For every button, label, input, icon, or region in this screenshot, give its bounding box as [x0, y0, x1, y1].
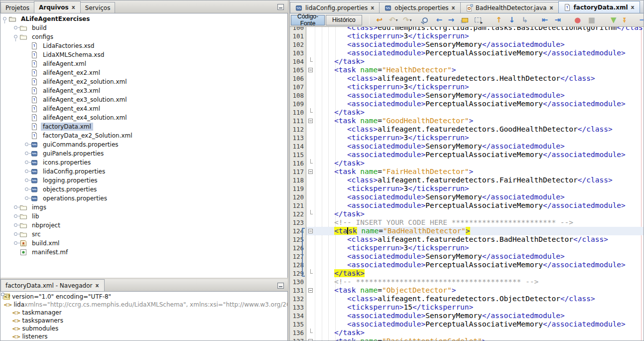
tree-item-objects-properties[interactable]: objects.properties — [0, 185, 287, 194]
next-occurrence-icon[interactable]: ↓ — [507, 15, 517, 25]
fold-collapse-icon[interactable] — [306, 66, 317, 74]
tree-item-alifeagentexercises[interactable]: ALifeAgentExercises — [0, 14, 287, 23]
expand-handle-icon[interactable] — [24, 177, 30, 183]
tab-badhealthdetector-java[interactable]: BadHealthDetector.javax — [460, 2, 559, 13]
tab-lidaconfig-properties[interactable]: lidaConfig.propertiesx — [290, 2, 380, 13]
minimize-navigator-icon[interactable] — [277, 283, 284, 289]
expand-handle-icon[interactable] — [24, 142, 30, 148]
tree-item-lidafactories-xsd[interactable]: LidaFactories.xsd — [0, 41, 287, 50]
close-icon[interactable]: x — [549, 4, 553, 11]
expand-handle-icon[interactable] — [13, 240, 19, 246]
fold-collapse-icon[interactable] — [306, 117, 317, 125]
code-line-113[interactable]: 113 <ticksperrun>3</ticksperrun> — [290, 134, 644, 142]
tree-item-alifeagent-ex4-solution-xml[interactable]: alifeAgent_ex4_solution.xml — [0, 113, 287, 122]
navigator-item-taskmanager[interactable]: <>taskmanager — [0, 309, 287, 317]
tree-item-lib[interactable]: lib — [0, 212, 287, 221]
code-line-127[interactable]: 127 <associatedmodule>SensoryMemory</ass… — [290, 252, 644, 261]
tree-item-alifeagent-ex3-solution-xml[interactable]: alifeAgent_ex3_solution.xml — [0, 95, 287, 104]
expand-handle-icon[interactable] — [24, 186, 30, 192]
code-line-134[interactable]: 134 <associatedmodule>SensoryMemory</ass… — [290, 312, 644, 320]
tree-item-imgs[interactable]: imgs — [0, 203, 287, 212]
collapse-handle-icon[interactable] — [13, 34, 19, 40]
stop-macro-icon[interactable]: ■ — [587, 15, 597, 25]
fold-collapse-icon[interactable] — [306, 286, 317, 295]
find-selection-icon[interactable] — [420, 15, 430, 25]
expand-handle-icon[interactable] — [13, 25, 19, 31]
code-line-103[interactable]: 103 <associatedmodule>PerceptualAssociat… — [290, 49, 644, 57]
last-edit-location-icon[interactable]: ↩ — [375, 15, 385, 25]
tree-item-alifeagent-ex4-xml[interactable]: alifeAgent_ex4.xml — [0, 104, 287, 113]
navigator-item-version[interactable]: <?version="1.0" encoding="UTF-8" — [0, 293, 287, 301]
code-line-114[interactable]: 114 <associatedmodule>SensoryMemory</ass… — [290, 142, 644, 151]
code-line-100[interactable]: 100 <class>edu.memphis.ccrg.lida.pam.tas… — [290, 27, 644, 32]
code-editor[interactable]: 100 <class>edu.memphis.ccrg.lida.pam.tas… — [290, 27, 644, 341]
code-line-108[interactable]: 108 <associatedmodule>SensoryMemory</ass… — [290, 91, 644, 100]
find-next-icon[interactable]: → — [446, 15, 456, 25]
fold-collapse-icon[interactable] — [306, 168, 317, 176]
tree-item-manifest-mf[interactable]: manifest.mf — [0, 248, 287, 257]
rectangular-selection-icon[interactable] — [473, 15, 483, 25]
tree-item-build-xml[interactable]: build.xml — [0, 239, 287, 248]
tab-factorydata-xml[interactable]: factoryData.xmlx — [558, 1, 640, 13]
tree-item-icons-properties[interactable]: icons.properties — [0, 158, 287, 167]
jump-forward-icon[interactable]: ↷▾ — [402, 15, 412, 25]
code-line-104[interactable]: 104 </task> — [290, 57, 644, 66]
tree-item-configs[interactable]: configs — [0, 32, 287, 41]
close-icon[interactable]: x — [370, 4, 375, 11]
toggle-highlight-icon[interactable] — [460, 15, 470, 25]
fold-collapse-icon[interactable] — [306, 227, 317, 235]
code-line-136[interactable]: 136 </task> — [290, 329, 644, 337]
tab-servi-os[interactable]: Serviços — [80, 2, 116, 13]
code-line-107[interactable]: 107 <ticksperrun>3</ticksperrun> — [290, 83, 644, 91]
find-previous-icon[interactable]: ← — [434, 15, 444, 25]
tree-item-lidaxmlschema-xsd[interactable]: LidaXMLSchema.xsd — [0, 50, 287, 59]
tree-item-guipanels-properties[interactable]: guiPanels.properties — [0, 149, 287, 158]
previous-occurrence-icon[interactable]: ↑ — [494, 15, 504, 25]
goto-next-icon[interactable]: → — [638, 15, 644, 25]
code-line-102[interactable]: 102 <associatedmodule>SensoryMemory</ass… — [290, 40, 644, 49]
expand-handle-icon[interactable] — [24, 160, 30, 166]
close-icon[interactable]: x — [631, 4, 635, 10]
tree-item-operations-properties[interactable]: operations.properties — [0, 194, 287, 203]
code-line-132[interactable]: 132 <class>alifeagent.featuredetectors.O… — [290, 295, 644, 303]
code-line-120[interactable]: 120 <associatedmodule>SensoryMemory</ass… — [290, 193, 644, 201]
expand-handle-icon[interactable] — [13, 213, 19, 219]
close-icon[interactable]: x — [71, 4, 76, 10]
tree-item-alifeagent-ex2-solution-xml[interactable]: alifeAgent_ex2_solution.xml — [0, 77, 287, 86]
tree-item-lidaconfig-properties[interactable]: lidaConfig.properties — [0, 167, 287, 176]
tree-item-logging-properties[interactable]: logging.properties — [0, 176, 287, 185]
tree-item-alifeagent-ex2-xml[interactable]: alifeAgent_ex2.xml — [0, 68, 287, 77]
code-line-129[interactable]: 129 </task> — [290, 269, 644, 278]
navigator-item-lida[interactable]: <>lida xmlns="http://ccrg.cs.memphis.edu… — [0, 301, 287, 309]
jump-back-icon[interactable]: ↶▾ — [388, 15, 398, 25]
expand-handle-icon[interactable] — [24, 195, 30, 201]
code-line-112[interactable]: 112 <class>alifeagent.featuredetectors.G… — [290, 125, 644, 134]
tree-item-factorydata-ex2-solution-xml[interactable]: factoryData_ex2_Solution.xml — [0, 131, 287, 140]
code-line-125[interactable]: 125 <class>alifeagent.featuredetectors.B… — [290, 235, 644, 244]
source-view-button[interactable]: Código-Fonte — [291, 15, 325, 25]
shift-line-right-icon[interactable]: ⇥ — [553, 15, 563, 25]
expand-handle-icon[interactable] — [13, 231, 19, 237]
code-line-128[interactable]: 128 <associatedmodule>PerceptualAssociat… — [290, 261, 644, 269]
expand-handle-icon[interactable] — [13, 222, 19, 228]
code-line-123[interactable]: 123 <!-- INSERT YOUR CODE HERE *********… — [290, 218, 644, 227]
code-line-130[interactable]: 130 <!-- *******************************… — [290, 278, 644, 286]
expand-handle-icon[interactable] — [13, 204, 19, 210]
tab-arquivos[interactable]: Arquivosx — [34, 1, 81, 13]
code-line-106[interactable]: 106 <class>alifeagent.featuredetectors.H… — [290, 74, 644, 83]
shift-line-left-icon[interactable]: ⇤ — [540, 15, 550, 25]
code-line-109[interactable]: 109 <associatedmodule>PerceptualAssociat… — [290, 100, 644, 108]
tab-objects-properties[interactable]: objects.propertiesx — [379, 2, 460, 13]
tab-projetos[interactable]: Projetos — [0, 2, 34, 13]
record-macro-icon[interactable]: ● — [573, 15, 583, 25]
code-line-126[interactable]: 126 <ticksperrun>3</ticksperrun> — [290, 244, 644, 252]
collapse-handle-icon[interactable] — [2, 16, 8, 22]
next-bookmark-icon[interactable]: ▼ — [609, 15, 619, 25]
code-line-117[interactable]: 117 <task name="FairHealthDetector"> — [290, 168, 644, 176]
code-line-122[interactable]: 122 </task> — [290, 210, 644, 218]
caret-jump-icon[interactable]: ↳ — [520, 15, 530, 25]
expand-handle-icon[interactable] — [24, 151, 30, 157]
fold-collapse-icon[interactable] — [306, 337, 317, 341]
tab-navigator[interactable]: factoryData.xml - Navegadorx — [0, 279, 105, 291]
navigator-item-taskspawners[interactable]: <>taskspawners — [0, 317, 287, 325]
